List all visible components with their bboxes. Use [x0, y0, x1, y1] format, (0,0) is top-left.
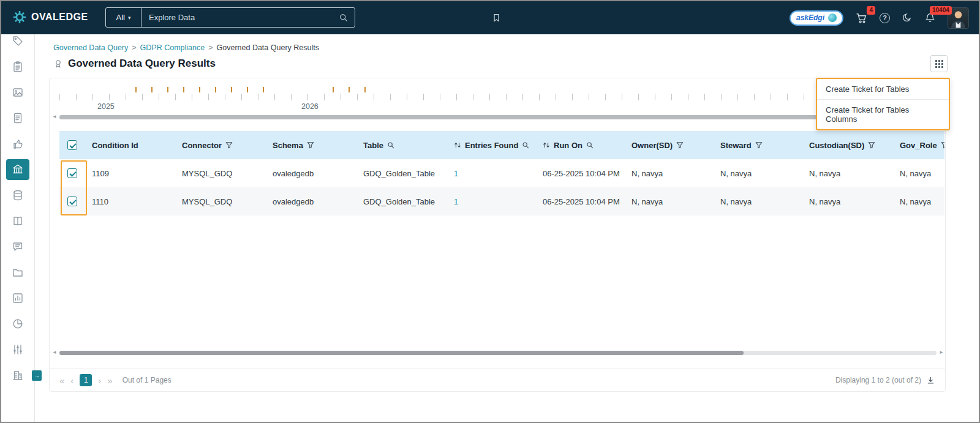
results-table: Condition Id Connector Schema Table Entr… — [59, 131, 944, 215]
filter-icon[interactable] — [676, 141, 684, 149]
select-all-checkbox[interactable] — [67, 140, 77, 150]
display-range-text: Displaying 1 to 2 (out of 2) — [835, 376, 921, 384]
row-checkbox[interactable] — [67, 197, 77, 206]
search-input[interactable] — [141, 8, 355, 27]
sidebar-item-jobs[interactable] — [6, 311, 29, 337]
chevron-down-icon: ▾ — [128, 15, 131, 21]
search-scope-select[interactable]: All ▾ — [106, 8, 141, 27]
help-button[interactable]: ? — [880, 13, 890, 23]
scroll-right-icon[interactable]: ► — [939, 350, 944, 355]
pagination-bar: « ‹ 1 › » Out of 1 Pages Displaying 1 to… — [50, 369, 945, 391]
cell-connector: MYSQL_GDQ — [177, 159, 268, 187]
cart-button[interactable]: 4 — [855, 12, 868, 24]
notifications-button[interactable]: 10404 — [924, 12, 936, 24]
last-page-button[interactable]: » — [107, 376, 112, 385]
current-page-button[interactable]: 1 — [80, 374, 92, 386]
filter-icon[interactable] — [868, 141, 875, 149]
sidebar-item-quality[interactable] — [6, 131, 29, 157]
sidebar-item-analytics[interactable] — [6, 285, 29, 311]
col-connector: Connector — [177, 131, 268, 159]
search-icon[interactable] — [387, 141, 394, 149]
sidebar-item-collaboration[interactable] — [6, 234, 29, 260]
download-button[interactable] — [926, 376, 935, 385]
timeline-scrollbar: ◄ ► — [52, 113, 944, 121]
results-panel: 2025 2026 ◄ ► Condition Id Connector Sch… — [49, 78, 946, 392]
sidebar-item-data-catalog[interactable] — [6, 182, 29, 208]
menu-item-create-ticket-table-columns[interactable]: Create Ticket for Tables Columns — [817, 100, 949, 129]
sidebar-item-media[interactable] — [6, 80, 29, 105]
grid-dots-icon — [935, 60, 943, 68]
breadcrumb-link-governed-data-query[interactable]: Governed Data Query — [53, 43, 128, 52]
cart-icon — [855, 12, 868, 24]
sidebar-item-projects[interactable] — [6, 260, 29, 285]
sort-icon[interactable] — [543, 141, 550, 149]
cell-steward: N, navya — [715, 187, 804, 215]
ovaledge-logo[interactable]: OVALEDGE — [12, 10, 88, 24]
entries-found-link[interactable]: 1 — [454, 169, 458, 178]
main-content: Governed Data Query > GDPR Compliance > … — [35, 34, 979, 422]
sidebar-item-organization[interactable] — [6, 362, 29, 388]
timeline-activity-ticks — [135, 87, 268, 92]
page-title-icon — [53, 59, 63, 69]
search-icon[interactable] — [522, 141, 529, 149]
bookmark-icon[interactable] — [491, 12, 502, 24]
prev-page-button[interactable]: ‹ — [70, 376, 74, 385]
cell-custodian: N, navya — [804, 159, 895, 187]
table-row[interactable]: 1109 MYSQL_GDQ ovaledgedb GDQ_Golden_Tab… — [59, 159, 944, 187]
filter-icon[interactable] — [755, 141, 763, 149]
sort-icon[interactable] — [454, 141, 461, 149]
table-scrollbar: ◄ ► — [52, 349, 944, 356]
sidebar-item-governance-active[interactable] — [6, 159, 29, 180]
search-icon[interactable] — [586, 141, 594, 149]
help-icon: ? — [880, 13, 890, 23]
menu-item-create-ticket-tables[interactable]: Create Ticket for Tables — [817, 79, 949, 100]
table-body: 1109 MYSQL_GDQ ovaledgedb GDQ_Golden_Tab… — [59, 159, 944, 215]
col-gov-role: Gov_Role — [895, 131, 944, 159]
filter-icon[interactable] — [307, 141, 314, 149]
ask-edgi-button[interactable]: askEdgi — [790, 10, 843, 26]
sidebar-item-reports[interactable] — [6, 105, 29, 131]
search-icon[interactable] — [339, 13, 349, 23]
cell-custodian: N, navya — [804, 187, 895, 215]
download-icon — [926, 376, 935, 385]
filter-icon[interactable] — [225, 141, 233, 149]
scroll-left-icon[interactable]: ◄ — [52, 114, 57, 119]
timeline-axis-ticks — [59, 94, 940, 100]
cell-table: GDQ_Golden_Table — [358, 187, 449, 215]
table-actions-button[interactable] — [930, 55, 948, 72]
timeline[interactable]: 2025 2026 — [59, 83, 940, 114]
entries-found-link[interactable]: 1 — [454, 197, 458, 206]
app-window: OVALEDGE All ▾ askEdgi — [0, 0, 980, 423]
timeline-year-label: 2026 — [301, 102, 318, 111]
folder-icon — [12, 266, 24, 279]
row-checkbox[interactable] — [67, 168, 77, 178]
sidebar-item-clipboard[interactable] — [6, 54, 29, 80]
scrollbar-thumb[interactable] — [59, 115, 937, 119]
table-row[interactable]: 1110 MYSQL_GDQ ovaledgedb GDQ_Golden_Tab… — [59, 187, 944, 215]
next-page-button[interactable]: › — [98, 376, 101, 385]
scroll-left-icon[interactable]: ◄ — [52, 350, 57, 355]
pages-count-text: Out of 1 Pages — [123, 376, 172, 384]
cell-owner: N, navya — [627, 159, 715, 187]
scrollbar-thumb[interactable] — [59, 351, 744, 355]
sidebar-item-tags[interactable] — [6, 34, 29, 54]
arrow-right-icon: → — [34, 372, 40, 379]
timeline-activity-ticks — [333, 87, 368, 92]
sidebar-item-glossary[interactable] — [6, 208, 29, 234]
sidebar-item-settings[interactable] — [6, 337, 29, 362]
pie-chart-icon — [12, 318, 24, 330]
col-steward: Steward — [715, 131, 804, 159]
first-page-button[interactable]: « — [59, 376, 64, 385]
breadcrumb-link-gdpr-compliance[interactable]: GDPR Compliance — [140, 43, 205, 52]
filter-icon[interactable] — [941, 141, 944, 149]
cart-badge: 4 — [867, 6, 875, 15]
col-custodian: Custodian(SD) — [804, 131, 895, 159]
breadcrumb: Governed Data Query > GDPR Compliance > … — [53, 43, 319, 52]
cell-run-on: 06-25-2025 10:04 PM — [538, 187, 627, 215]
breadcrumb-separator: > — [208, 43, 213, 52]
building-icon — [12, 369, 24, 381]
clipboard-icon — [12, 61, 24, 73]
theme-toggle[interactable] — [902, 12, 913, 23]
report-list-icon — [12, 112, 24, 124]
sidebar-expand-button[interactable]: → — [32, 370, 42, 381]
